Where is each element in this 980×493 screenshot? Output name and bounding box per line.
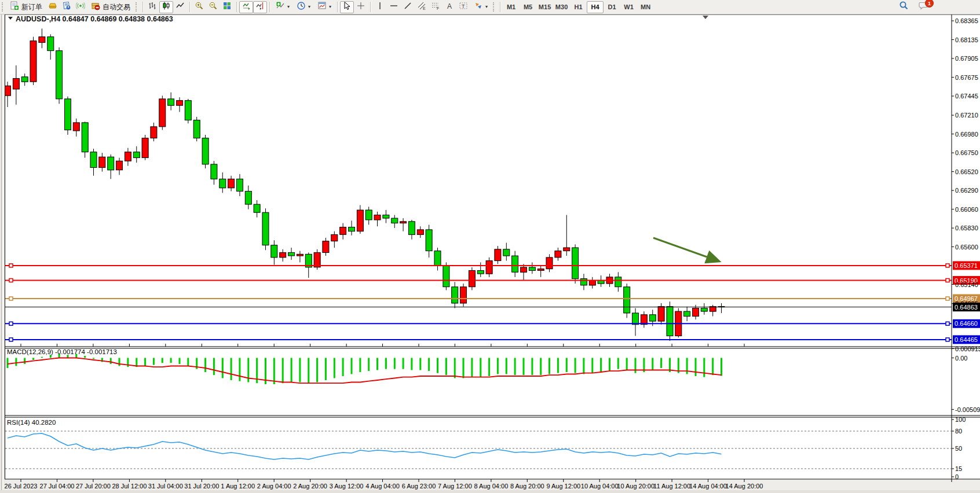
macd-bar bbox=[617, 358, 619, 369]
candle bbox=[65, 99, 71, 130]
macd-bar bbox=[376, 358, 378, 370]
price-tick-label: 0.67675 bbox=[955, 74, 978, 81]
time-axis-label: 28 Jul 12:00 bbox=[112, 483, 147, 490]
toolbar-grip[interactable] bbox=[493, 2, 496, 12]
candle bbox=[658, 307, 664, 321]
time-axis-label: 10 Aug 20:00 bbox=[617, 483, 654, 490]
macd-bar bbox=[695, 358, 697, 377]
candle bbox=[434, 251, 441, 266]
macd-bar bbox=[480, 358, 481, 377]
candle bbox=[555, 251, 561, 257]
search-button[interactable] bbox=[897, 1, 910, 13]
candlestick-chart-button[interactable] bbox=[159, 1, 173, 13]
macd-bar bbox=[437, 358, 438, 373]
macd-bar bbox=[514, 358, 516, 376]
news-icon bbox=[62, 1, 71, 13]
timeframe-button-mn[interactable]: MN bbox=[637, 1, 654, 13]
candle bbox=[701, 308, 707, 312]
periods-button[interactable]: ▾ bbox=[293, 1, 314, 13]
macd-bar bbox=[583, 358, 584, 374]
templates-button[interactable]: ▾ bbox=[314, 1, 335, 13]
line-handle[interactable] bbox=[9, 279, 13, 282]
candle bbox=[460, 287, 467, 303]
candle bbox=[90, 152, 97, 168]
candle bbox=[477, 271, 484, 274]
chart-shift-button[interactable] bbox=[253, 1, 267, 13]
cursor-button[interactable] bbox=[340, 1, 354, 13]
rsi-tick-label: 0 bbox=[955, 473, 959, 480]
candle bbox=[383, 215, 389, 219]
vertical-line-button[interactable] bbox=[373, 1, 387, 13]
indicators-icon bbox=[276, 1, 285, 13]
line-handle[interactable] bbox=[9, 264, 13, 267]
auto-scroll-icon bbox=[242, 1, 251, 13]
line-chart-button[interactable] bbox=[173, 1, 187, 13]
new-order-button[interactable]: 新订单 bbox=[6, 1, 46, 13]
text-button[interactable]: A bbox=[443, 1, 456, 13]
notifications-button[interactable]: 1 bbox=[916, 1, 930, 13]
toolbar-grip[interactable] bbox=[136, 2, 138, 12]
line-handle[interactable] bbox=[9, 338, 13, 341]
equidistant-channel-icon: E bbox=[417, 1, 426, 13]
timeframe-button-h4[interactable]: H4 bbox=[587, 1, 604, 13]
timeframe-button-h1[interactable]: H1 bbox=[570, 1, 587, 13]
svg-text:F: F bbox=[437, 6, 439, 10]
timeframe-button-m15[interactable]: M15 bbox=[536, 1, 553, 13]
line-handle[interactable] bbox=[946, 322, 949, 325]
timeframe-button-d1[interactable]: D1 bbox=[604, 1, 620, 13]
time-axis-label: 27 Jul 20:00 bbox=[76, 483, 111, 490]
horizontal-line-button[interactable] bbox=[387, 1, 401, 13]
timeframe-button-w1[interactable]: W1 bbox=[620, 1, 637, 13]
text-label-button[interactable]: T bbox=[456, 1, 470, 13]
timeframe-button-m5[interactable]: M5 bbox=[520, 1, 536, 13]
window-bottom-edge bbox=[0, 490, 980, 493]
time-axis-label: 2 Aug 20:00 bbox=[293, 483, 327, 490]
auto-trading-button[interactable]: 自动交易 bbox=[87, 1, 134, 13]
trendline-button[interactable] bbox=[401, 1, 415, 13]
bar-chart-button[interactable] bbox=[145, 1, 159, 13]
candle bbox=[142, 138, 148, 158]
candle bbox=[426, 230, 432, 251]
candle bbox=[82, 123, 88, 152]
timeframe-button-m30[interactable]: M30 bbox=[553, 1, 570, 13]
candle bbox=[580, 279, 587, 285]
candle bbox=[5, 86, 11, 95]
crosshair-button[interactable] bbox=[354, 1, 368, 13]
timeframe-button-m1[interactable]: M1 bbox=[503, 1, 520, 13]
macd-bar bbox=[144, 358, 146, 366]
macd-bar bbox=[282, 358, 284, 384]
toolbar-separator bbox=[337, 2, 338, 12]
line-handle[interactable] bbox=[946, 338, 949, 341]
indicators-button[interactable]: ▾ bbox=[272, 1, 293, 13]
arrows-button[interactable]: ▾ bbox=[470, 1, 491, 13]
tile-windows-button[interactable] bbox=[220, 1, 234, 13]
line-handle[interactable] bbox=[946, 264, 949, 267]
arrows-icon bbox=[474, 1, 483, 13]
line-handle[interactable] bbox=[9, 322, 13, 325]
macd-tick-label: -0.005093 bbox=[955, 406, 980, 413]
line-handle[interactable] bbox=[9, 297, 13, 300]
line-handle[interactable] bbox=[946, 297, 949, 300]
macd-bar bbox=[609, 358, 610, 371]
fibonacci-button[interactable]: F bbox=[429, 1, 443, 13]
candle bbox=[220, 179, 226, 188]
macd-bar bbox=[394, 358, 396, 369]
news-button[interactable] bbox=[60, 1, 74, 13]
periods-caret-icon: ▾ bbox=[308, 5, 310, 9]
price-tick-label: 0.68135 bbox=[955, 36, 978, 43]
candle bbox=[21, 77, 28, 82]
signal-button[interactable] bbox=[74, 1, 87, 13]
zoom-in-button[interactable] bbox=[192, 1, 206, 13]
gold-ingot-button[interactable] bbox=[46, 1, 60, 13]
macd-bar bbox=[84, 356, 86, 358]
toolbar-grip[interactable] bbox=[2, 2, 5, 12]
auto-scroll-button[interactable] bbox=[239, 1, 253, 13]
candle bbox=[615, 277, 621, 287]
candle bbox=[564, 248, 570, 251]
candle bbox=[177, 101, 183, 106]
line-handle[interactable] bbox=[946, 279, 949, 282]
zoom-out-button[interactable] bbox=[206, 1, 220, 13]
candle bbox=[228, 179, 235, 188]
chart-canvas[interactable]: 0.653710.651900.649670.646600.644650.648… bbox=[0, 0, 980, 493]
equidistant-channel-button[interactable]: E bbox=[415, 1, 429, 13]
